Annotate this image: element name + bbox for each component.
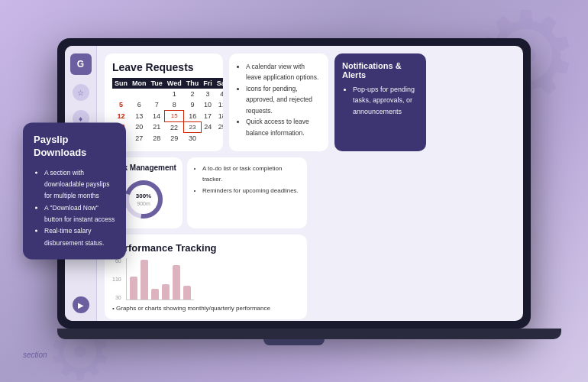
top-row: Leave Requests Sun Mon Tue Wed Thu Fri	[105, 53, 515, 151]
payslip-card: Payslip Downloads A section with downloa…	[23, 123, 126, 260]
cal-row-3: 12 13 14 15 16 17 18	[112, 111, 223, 122]
bar-1	[130, 277, 137, 299]
cal-header-thu: Thu	[184, 78, 202, 89]
svg-text:300%: 300%	[136, 193, 151, 199]
bar-2	[141, 260, 148, 299]
leave-info-2: Icons for pending, approved, and rejecte…	[246, 83, 321, 116]
cal-row-5: 26 27 28 29 30	[112, 133, 223, 144]
notifications-card: Notifications & Alerts Pop-ups for pendi…	[334, 53, 426, 151]
bar-4	[162, 284, 170, 299]
payslip-item-1: A section with downloadable payslips for…	[44, 167, 115, 202]
leave-info-3: Quick access to leave balance informatio…	[246, 116, 321, 138]
cal-header-mon: Mon	[130, 78, 149, 89]
cal-row-1: 1 2 3 4	[112, 89, 223, 99]
performance-description: Graphs or charts showing monthly/quarter…	[112, 305, 299, 312]
cal-header-tue: Tue	[149, 78, 165, 89]
task-item-1: A to-do list or task completion tracker.	[202, 163, 301, 186]
leave-requests-title: Leave Requests	[112, 61, 215, 73]
main-content: Leave Requests Sun Mon Tue Wed Thu Fri	[97, 46, 523, 321]
y-label-3: 30	[112, 295, 121, 300]
performance-title: Performance Tracking	[112, 242, 299, 254]
payslip-title: Payslip Downloads	[34, 134, 115, 160]
laptop-frame: G ☆ ♦ ⊕ ≡ ▶ Leave Requests	[57, 38, 531, 344]
leave-info-1: A calendar view with leave application o…	[246, 61, 321, 83]
bar-6	[183, 286, 191, 299]
payslip-item-2: A "Download Now" button for instant acce…	[44, 202, 115, 225]
bar-5	[173, 265, 180, 299]
performance-chart	[126, 258, 194, 300]
task-item-2: Reminders for upcoming deadlines.	[202, 186, 301, 196]
cal-row-4: 19 20 21 22 23 24 25	[112, 121, 223, 133]
task-management-area: Task Management 300% 900m	[105, 157, 307, 228]
calendar-table: Sun Mon Tue Wed Thu Fri Sat	[112, 78, 223, 144]
laptop-screen-outer: G ☆ ♦ ⊕ ≡ ▶ Leave Requests	[57, 38, 531, 329]
cal-header-fri: Fri	[201, 78, 215, 89]
sidebar-icon-1[interactable]: ☆	[73, 84, 89, 101]
svg-text:900m: 900m	[137, 201, 150, 206]
task-info-card: A to-do list or task completion tracker.…	[187, 157, 307, 228]
y-label-2: 110	[112, 277, 121, 282]
notifications-item-1: Pop-ups for pending tasks, approvals, or…	[353, 84, 418, 117]
payslip-item-3: Real-time salary disbursement status.	[44, 225, 115, 249]
laptop-screen-inner: G ☆ ♦ ⊕ ≡ ▶ Leave Requests	[65, 46, 523, 321]
bottom-row: Performance Tracking 60 110 30	[105, 157, 515, 319]
laptop-notch	[263, 339, 325, 345]
sidebar-icon-5[interactable]: ▶	[73, 296, 89, 313]
notifications-title: Notifications & Alerts	[342, 61, 418, 79]
cal-header-sun: Sun	[112, 78, 130, 89]
laptop-base	[57, 329, 561, 339]
cal-row-2: 5 6 7 8 9 10 11	[112, 99, 223, 111]
performance-card: Performance Tracking 60 110 30	[105, 235, 307, 319]
sidebar-logo: G	[70, 53, 92, 75]
leave-info-card: A calendar view with leave application o…	[229, 53, 328, 151]
task-gauge-svg: 300% 900m	[121, 176, 166, 222]
section-label: section	[23, 351, 47, 359]
cal-header-wed: Wed	[165, 78, 184, 89]
cal-header-sat: Sat	[215, 78, 223, 89]
payslip-list: A section with downloadable payslips for…	[34, 167, 115, 248]
bar-3	[151, 289, 159, 299]
